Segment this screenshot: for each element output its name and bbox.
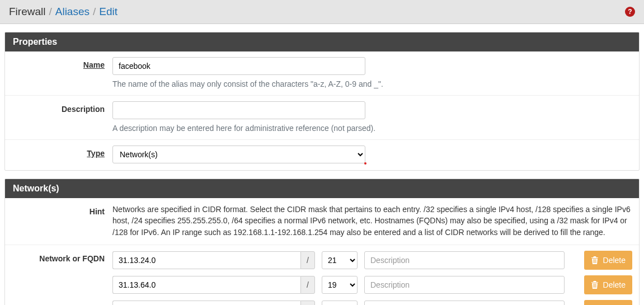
- name-row: Name The name of the alias may only cons…: [5, 51, 639, 96]
- red-dot-icon: [364, 162, 366, 165]
- breadcrumb-link-edit[interactable]: Edit: [99, 6, 117, 18]
- entry-label: Network or FQDN: [12, 251, 112, 275]
- description-help-text: A description may be entered here for ad…: [112, 124, 632, 133]
- delete-button-label: Delete: [603, 280, 626, 289]
- delete-button-label: Delete: [603, 256, 626, 265]
- breadcrumb-sep: /: [49, 6, 51, 18]
- svg-rect-5: [595, 284, 596, 288]
- description-row: Description A description may be entered…: [5, 96, 639, 140]
- description-label: Description: [12, 101, 112, 133]
- type-label: Type: [12, 146, 112, 163]
- entry-label: [12, 300, 112, 305]
- networks-panel-header: Network(s): [5, 179, 639, 198]
- breadcrumb-link-aliases[interactable]: Aliases: [55, 6, 90, 18]
- svg-rect-0: [593, 259, 594, 263]
- network-entry-row: /24Delete: [112, 300, 632, 305]
- cidr-select[interactable]: 21: [322, 251, 358, 269]
- slash-addon: /: [300, 251, 315, 269]
- name-label: Name: [12, 57, 112, 88]
- network-entry-row: /19Delete: [112, 275, 632, 294]
- properties-panel: Properties Name The name of the alias ma…: [4, 32, 640, 171]
- delete-button[interactable]: Delete: [584, 251, 632, 270]
- entry-label: [12, 275, 112, 300]
- hint-text: Networks are specified in CIDR format. S…: [112, 204, 632, 238]
- breadcrumb-seg-firewall: Firewall: [9, 6, 45, 18]
- svg-rect-3: [593, 284, 594, 288]
- cidr-select[interactable]: 24: [322, 301, 358, 305]
- breadcrumb: Firewall / Aliases / Edit: [9, 6, 117, 18]
- network-address-input[interactable]: [112, 276, 300, 294]
- delete-button[interactable]: Delete: [584, 275, 632, 294]
- type-select[interactable]: Network(s): [112, 146, 365, 163]
- entry-description-input[interactable]: [364, 301, 565, 305]
- slash-addon: /: [300, 276, 315, 294]
- trash-icon: [591, 280, 599, 289]
- entries-row: Network or FQDN/21Delete/19Delete/24Dele…: [5, 245, 639, 305]
- entry-description-input[interactable]: [364, 276, 565, 294]
- svg-rect-4: [594, 284, 595, 288]
- name-help-text: The name of the alias may only consist o…: [112, 79, 632, 88]
- trash-icon: [591, 256, 599, 265]
- network-entry-row: /21Delete: [112, 251, 632, 270]
- help-icon[interactable]: ?: [625, 7, 635, 17]
- svg-rect-1: [594, 259, 595, 263]
- name-input[interactable]: [112, 57, 365, 75]
- entry-description-input[interactable]: [364, 251, 565, 269]
- breadcrumb-sep: /: [93, 6, 96, 18]
- cidr-select[interactable]: 19: [322, 276, 358, 294]
- properties-panel-header: Properties: [5, 32, 639, 51]
- breadcrumb-bar: Firewall / Aliases / Edit ?: [0, 0, 644, 24]
- network-address-input[interactable]: [112, 301, 300, 305]
- networks-panel: Network(s) Hint Networks are specified i…: [4, 179, 640, 305]
- svg-rect-2: [595, 259, 596, 263]
- slash-addon: /: [300, 301, 315, 305]
- hint-row: Hint Networks are specified in CIDR form…: [5, 198, 639, 245]
- delete-button[interactable]: Delete: [584, 300, 632, 305]
- description-input[interactable]: [112, 101, 365, 119]
- type-row: Type Network(s): [5, 140, 639, 170]
- network-address-input[interactable]: [112, 251, 300, 269]
- hint-label: Hint: [12, 204, 112, 238]
